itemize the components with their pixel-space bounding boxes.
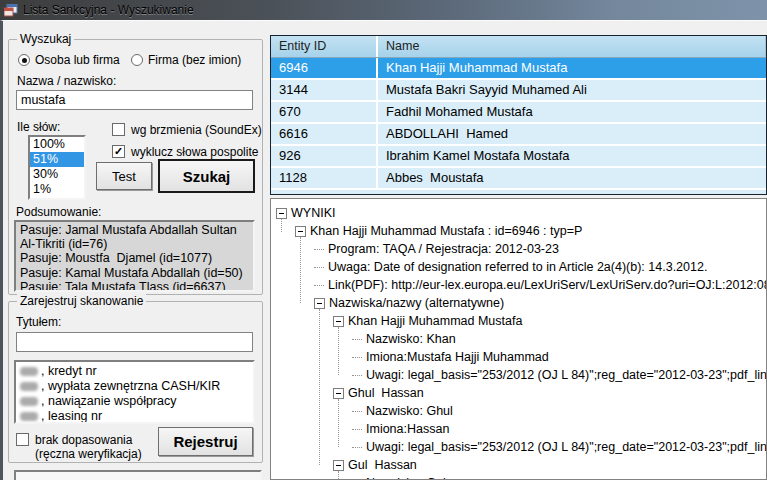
summary-box[interactable]: Pasuje: Jamal Mustafa Abdallah Sultan Al… [14, 220, 255, 292]
collapse-icon[interactable] [333, 460, 344, 471]
tree-node[interactable]: Program: TAQA / Rejestracja: 2012-03-23 [314, 240, 559, 258]
collapse-icon[interactable] [314, 298, 325, 309]
titlebar[interactable]: Lista Sankcyjna - Wyszukiwanie [0, 0, 767, 20]
tree-node-label: Program: TAQA / Rejestracja: 2012-03-23 [328, 242, 559, 256]
tree-node[interactable]: Nazwiska/nazwy (alternatywne) [314, 294, 504, 312]
redacted-text [20, 412, 38, 421]
no-match-label: brak dopasowania (ręczna weryfikacja) [35, 433, 142, 461]
cell-entity-id: 6616 [271, 124, 378, 144]
tree-node[interactable]: Nazwisko: Khan [352, 330, 456, 348]
test-button[interactable]: Test [96, 162, 152, 190]
redacted-text [20, 367, 38, 376]
tree-node[interactable]: Nazwisko: Gul [352, 474, 446, 480]
search-button[interactable]: Szukaj [158, 159, 255, 193]
collapse-icon[interactable] [333, 388, 344, 399]
name-label: Nazwa / nazwisko: [17, 74, 116, 88]
results-tree: WYNIKIKhan Hajji Muhammad Mustafa : id=6… [270, 198, 767, 480]
radio-person-icon [18, 54, 30, 66]
scan-history-item[interactable]: , wypłata zewnętrzna CASH/KIR [20, 379, 249, 394]
summary-line: Pasuje: Jamal Mustafa Abdallah Sultan Al… [20, 223, 249, 251]
word-count-listbox[interactable]: 100%51%30%1% [28, 135, 86, 200]
cell-entity-id: 926 [271, 146, 378, 166]
table-row[interactable]: 926Ibrahim Kamel Mostafa Mostafa [271, 146, 766, 168]
tree-node-label: Imiona:Mustafa Hajji Muhammad [366, 350, 549, 364]
tree-node-label: Ghul Hassan [348, 386, 424, 400]
tree-connector-icon [352, 339, 362, 340]
word-count-option[interactable]: 30% [30, 167, 84, 182]
app-icon [4, 4, 18, 17]
no-match-checkbox[interactable]: brak dopasowania (ręczna weryfikacja) [16, 433, 142, 461]
tree-node[interactable]: Uwagi: legal_basis="253/2012 (OJ L 84)";… [352, 366, 767, 384]
tree-guide [300, 237, 301, 303]
table-row[interactable]: 6946Khan Hajji Muhammad Mustafa [271, 58, 766, 80]
cell-entity-id: 3144 [271, 80, 378, 100]
scan-history-item[interactable]: , leasing nr [20, 409, 249, 424]
table-row[interactable]: 670Fadhil Mohamed Mustafa [271, 102, 766, 124]
cell-name: ABDOLLAHI Hamed [378, 124, 766, 144]
word-count-option[interactable]: 1% [30, 182, 84, 197]
cell-name: Fadhil Mohamed Mustafa [378, 102, 766, 122]
tree-node[interactable]: Khan Hajji Muhammad Mustafa [333, 312, 522, 330]
cell-name: Mustafa Bakri Sayyid Muhamed Ali [378, 80, 766, 100]
tree-node[interactable]: Link(PDF): http://eur-lex.europa.eu/LexU… [314, 276, 767, 294]
tree-node[interactable]: Nazwisko: Ghul [352, 402, 453, 420]
scan-history-item-label: , wypłata zewnętrzna CASH/KIR [41, 379, 220, 394]
tree-connector-icon [314, 249, 324, 250]
soundex-checkbox[interactable]: wg brzmienia (SoundEx) [112, 123, 262, 137]
tree-node[interactable]: Imiona:Mustafa Hajji Muhammad [352, 348, 549, 366]
summary-line: Pasuje: Kamal Mustafa Abdallah (id=50) [20, 266, 249, 280]
results-table: Entity IDName 6946Khan Hajji Muhammad Mu… [270, 35, 767, 195]
tree-node-label: Imiona:Hassan [366, 422, 449, 436]
radio-person[interactable]: Osoba lub firma [18, 53, 120, 67]
exclude-common-checkbox[interactable]: ✓ wyklucz słowa pospolite [112, 145, 258, 159]
radio-company[interactable]: Firma (bez imion) [131, 53, 241, 67]
cell-entity-id: 1128 [271, 168, 378, 188]
tree-node-label: Gul Hassan [348, 458, 417, 472]
tree-node[interactable]: Imiona:Hassan [352, 420, 449, 438]
tree-node[interactable]: Uwagi: legal_basis="253/2012 (OJ L 84)";… [352, 438, 767, 456]
scan-history-item[interactable]: , kredyt nr [20, 364, 249, 379]
table-row[interactable]: 3144Mustafa Bakri Sayyid Muhamed Ali [271, 80, 766, 102]
redacted-text [20, 382, 38, 391]
tree-node[interactable]: Ghul Hassan [333, 384, 424, 402]
tree-node-label: WYNIKI [291, 206, 335, 220]
scan-history-item-label: , kredyt nr [41, 364, 97, 379]
word-count-option[interactable]: 51% [30, 152, 84, 167]
bottom-panel [14, 470, 262, 480]
results-table-body: 6946Khan Hajji Muhammad Mustafa3144Musta… [271, 58, 766, 190]
tree-connector-icon [352, 411, 362, 412]
table-row[interactable]: 1128Abbes Moustafa [271, 168, 766, 190]
scan-history-listbox[interactable]: , kredyt nr, wypłata zewnętrzna CASH/KIR… [14, 360, 255, 424]
scan-title-label: Tytułem: [16, 315, 61, 329]
tree-guide [338, 327, 339, 375]
tree-node[interactable]: Uwaga: Date of designation referred to i… [314, 258, 707, 276]
word-count-option[interactable]: 100% [30, 137, 84, 152]
no-match-label-line1: brak dopasowania [35, 433, 132, 447]
collapse-icon[interactable] [295, 226, 306, 237]
scan-history-item[interactable]: , nawiązanie współpracy [20, 394, 249, 409]
scan-history-item-label: , nawiązanie współpracy [41, 394, 177, 409]
collapse-icon[interactable] [276, 208, 287, 219]
exclude-common-label: wyklucz słowa pospolite [131, 145, 258, 159]
tree-connector-icon [352, 447, 362, 448]
exclude-common-checkbox-icon: ✓ [112, 145, 125, 158]
collapse-icon[interactable] [333, 316, 344, 327]
tree-node[interactable]: WYNIKI [276, 204, 335, 222]
column-header[interactable]: Name [378, 36, 766, 57]
tree-node-label: Uwagi: legal_basis="253/2012 (OJ L 84)";… [366, 440, 767, 454]
scan-title-input[interactable] [16, 332, 253, 352]
radio-person-label: Osoba lub firma [35, 53, 120, 67]
table-row[interactable]: 6616ABDOLLAHI Hamed [271, 124, 766, 146]
tree-node[interactable]: Khan Hajji Muhammad Mustafa : id=6946 : … [295, 222, 582, 240]
column-header[interactable]: Entity ID [271, 36, 378, 57]
tree-node[interactable]: Gul Hassan [333, 456, 417, 474]
scan-history-item-label: , leasing nr [41, 409, 102, 424]
tree-node-label: Nazwisko: Gul [366, 476, 446, 480]
tree-guide [319, 309, 320, 465]
cell-name: Abbes Moustafa [378, 168, 766, 188]
summary-label: Podsumowanie: [16, 205, 101, 219]
name-input[interactable] [16, 90, 253, 110]
register-button[interactable]: Rejestruj [158, 427, 253, 456]
cell-entity-id: 670 [271, 102, 378, 122]
tree-connector-icon [314, 267, 324, 268]
